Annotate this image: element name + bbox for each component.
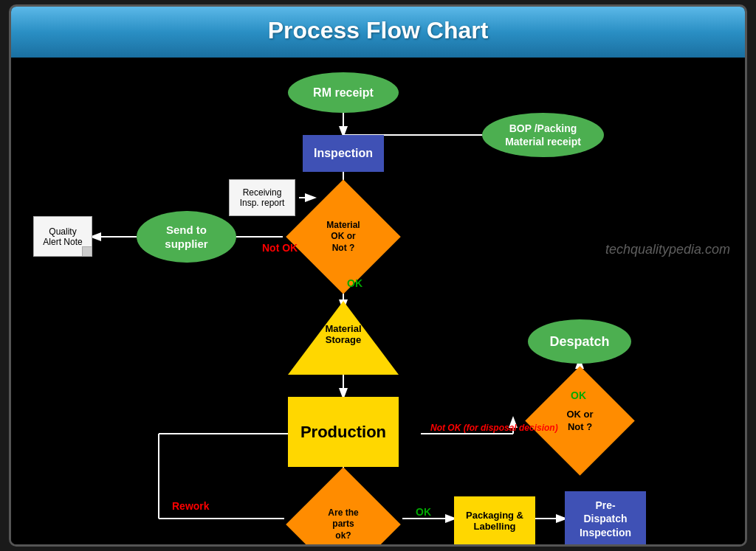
rework-label: Rework bbox=[172, 500, 210, 512]
are-parts-ok-node: Are the parts ok? bbox=[303, 484, 384, 547]
receiving-report-node: Receiving Insp. report bbox=[229, 179, 295, 216]
rm-receipt-node: RM receipt bbox=[288, 72, 399, 113]
chart-header: Process Flow Chart bbox=[11, 7, 745, 58]
chart-body: RM receipt BOP /Packing Material receipt… bbox=[11, 58, 745, 544]
quality-alert-note: Quality Alert Note bbox=[33, 216, 92, 257]
chart-title: Process Flow Chart bbox=[268, 17, 489, 44]
not-ok-label-2: Not OK (for disposal decision) bbox=[430, 423, 558, 433]
ok-label-2: OK bbox=[571, 389, 586, 401]
pre-dispatch-node: Pre- Dispatch Inspection bbox=[565, 491, 646, 547]
material-ok-node: Material OK or Not ? bbox=[303, 196, 384, 277]
bop-receipt-node: BOP /Packing Material receipt bbox=[482, 113, 604, 157]
ok-label-3: OK bbox=[416, 506, 431, 518]
packing-std-note: as per packing std bbox=[461, 546, 528, 547]
despatch-node: Despatch bbox=[528, 319, 631, 364]
ok-label-1: OK bbox=[347, 277, 362, 289]
scrap-yard-node: Scrap Yard bbox=[137, 544, 225, 547]
watermark: techqualitypedia.com bbox=[605, 242, 730, 257]
production-node: Production bbox=[288, 397, 399, 467]
not-ok-label-1: Not OK bbox=[262, 242, 298, 254]
send-to-supplier-node: Send to supplier bbox=[137, 211, 236, 263]
inspection-node: Inspection bbox=[303, 135, 384, 172]
packaging-node: Packaging & Labelling bbox=[454, 496, 535, 544]
material-storage-node: Material Storage bbox=[288, 301, 399, 375]
chart-container: Process Flow Chart bbox=[9, 4, 747, 547]
